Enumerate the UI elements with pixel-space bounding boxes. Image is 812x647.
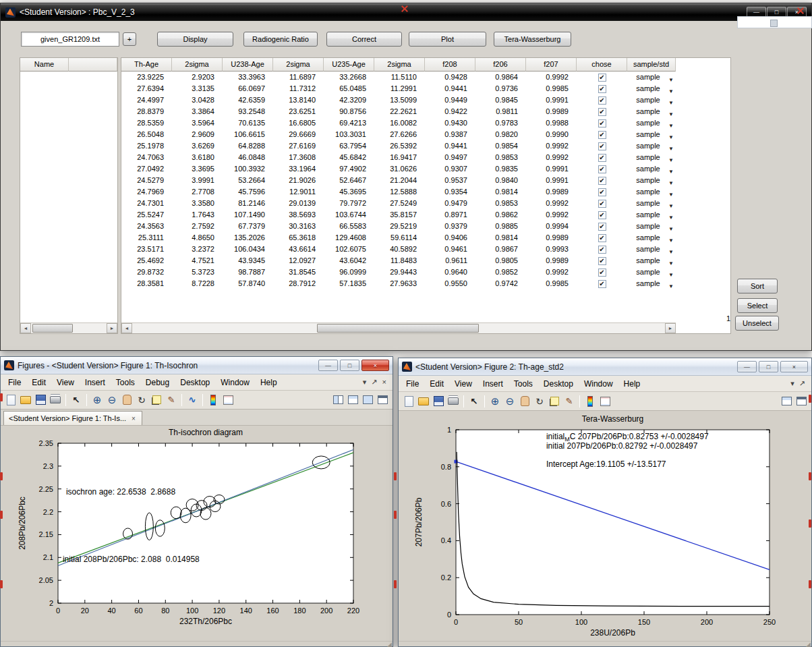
cell[interactable]: 103.6744 xyxy=(324,209,374,221)
figure1-tab[interactable]: <Student Version> Figure 1: Th-Is... × xyxy=(3,411,142,425)
cell[interactable]: 0.9736 xyxy=(475,83,526,94)
sample-std-dropdown[interactable]: sample▼ xyxy=(627,152,676,163)
maximize-button[interactable]: □ xyxy=(340,360,359,371)
sample-std-dropdown[interactable]: sample▼ xyxy=(627,186,676,198)
cell[interactable]: 65.3618 xyxy=(273,232,324,244)
chose-cell[interactable]: ✔ xyxy=(577,266,627,278)
cell[interactable]: 26.5048 xyxy=(121,129,172,140)
sample-std-dropdown[interactable]: sample▼ xyxy=(627,278,676,289)
scroll-left-arrow-icon[interactable]: ◄ xyxy=(20,323,31,333)
new-figure-icon[interactable] xyxy=(402,395,415,408)
sample-std-dropdown[interactable]: sample▼ xyxy=(627,140,676,152)
chose-checkbox[interactable]: ✔ xyxy=(598,74,606,82)
chose-checkbox[interactable]: ✔ xyxy=(598,108,606,116)
add-file-button[interactable]: + xyxy=(123,32,136,46)
chose-cell[interactable]: ✔ xyxy=(577,198,627,209)
cell[interactable]: 81.2146 xyxy=(223,198,273,209)
plot-button[interactable]: Plot xyxy=(409,32,486,47)
display-button[interactable]: Display xyxy=(157,32,233,47)
cell[interactable]: 63.7954 xyxy=(324,140,374,152)
cell[interactable]: 0.9835 xyxy=(475,163,526,175)
dropdown-arrow-icon[interactable]: ▼ xyxy=(668,212,674,221)
cell[interactable]: 12.0927 xyxy=(273,255,324,266)
cell[interactable]: 0.9428 xyxy=(425,72,475,83)
cell[interactable]: 27.6266 xyxy=(374,129,425,140)
chose-cell[interactable]: ✔ xyxy=(577,106,627,117)
cell[interactable]: 25.4692 xyxy=(121,255,172,266)
chose-cell[interactable]: ✔ xyxy=(577,163,627,175)
cell[interactable]: 0.9611 xyxy=(425,255,475,266)
cell[interactable]: 13.8140 xyxy=(273,94,324,106)
cell[interactable]: 27.6169 xyxy=(273,140,324,152)
cell[interactable]: 0.9550 xyxy=(425,278,475,289)
cell[interactable]: 0.9742 xyxy=(475,278,526,289)
cell[interactable]: 2.7708 xyxy=(172,186,223,198)
save-figure-icon[interactable] xyxy=(34,393,47,407)
chose-checkbox[interactable]: ✔ xyxy=(598,131,606,139)
cell[interactable]: 29.6669 xyxy=(273,129,324,140)
chose-checkbox[interactable]: ✔ xyxy=(598,246,606,254)
edit-plot-icon[interactable] xyxy=(467,395,481,408)
cell[interactable]: 3.3695 xyxy=(172,163,223,175)
cell[interactable]: 0.9852 xyxy=(475,266,526,278)
chose-cell[interactable]: ✔ xyxy=(577,117,627,129)
chose-checkbox[interactable]: ✔ xyxy=(598,223,606,231)
cell[interactable]: 0.9853 xyxy=(475,198,526,209)
zoom-in-icon[interactable] xyxy=(488,395,502,408)
figure2-titlebar[interactable]: <Student Version> Figure 2: Th-age_std2 … xyxy=(399,358,811,376)
cell[interactable]: 0.9307 xyxy=(425,163,475,175)
chose-cell[interactable]: ✔ xyxy=(577,129,627,140)
cell[interactable]: 23.9225 xyxy=(121,72,172,83)
brush-icon[interactable] xyxy=(562,395,576,408)
cell[interactable]: 16.9417 xyxy=(374,152,425,163)
cell[interactable]: 31.0626 xyxy=(374,163,425,175)
close-button[interactable]: × xyxy=(361,360,389,371)
cell[interactable]: 0.9864 xyxy=(475,72,526,83)
chose-checkbox[interactable]: ✔ xyxy=(598,177,606,185)
cell[interactable]: 0.8971 xyxy=(425,209,475,221)
chose-cell[interactable]: ✔ xyxy=(577,175,627,186)
cell[interactable]: 3.5964 xyxy=(172,117,223,129)
float-figure-icon[interactable] xyxy=(346,393,359,407)
resize-grip-icon[interactable]: ◢ xyxy=(806,642,811,647)
pan-icon[interactable] xyxy=(518,395,531,408)
cell[interactable]: 16.6805 xyxy=(273,117,324,129)
cell[interactable]: 45.6842 xyxy=(324,152,374,163)
chose-cell[interactable]: ✔ xyxy=(577,94,627,106)
fig1-menu-edit[interactable]: Edit xyxy=(26,374,51,391)
cell[interactable]: 100.3932 xyxy=(223,163,273,175)
cell[interactable]: 96.0999 xyxy=(324,266,374,278)
cell[interactable]: 0.9992 xyxy=(526,209,577,221)
cell[interactable]: 24.3563 xyxy=(121,221,172,232)
cell[interactable]: 0.9991 xyxy=(526,175,577,186)
cell[interactable]: 3.6180 xyxy=(172,152,223,163)
fig1-menu-desktop[interactable]: Desktop xyxy=(175,374,215,391)
cell[interactable]: 11.7312 xyxy=(273,83,324,94)
edit-plot-icon[interactable] xyxy=(69,393,83,407)
cell[interactable]: 66.5583 xyxy=(324,221,374,232)
insert-colorbar-icon[interactable] xyxy=(583,395,597,408)
cell[interactable]: 69.4213 xyxy=(324,117,374,129)
select-button[interactable]: Select xyxy=(737,298,778,313)
cell[interactable]: 11.6897 xyxy=(273,72,324,83)
scrollbar-thumb[interactable] xyxy=(317,324,479,333)
chose-cell[interactable]: ✔ xyxy=(577,152,627,163)
cell[interactable]: 25.3111 xyxy=(121,232,172,244)
cell[interactable]: 0.9992 xyxy=(526,266,577,278)
sample-std-dropdown[interactable]: sample▼ xyxy=(627,163,676,175)
save-figure-icon[interactable] xyxy=(432,395,445,408)
brush-icon[interactable] xyxy=(165,393,178,407)
sample-std-dropdown[interactable]: sample▼ xyxy=(627,221,676,232)
chose-checkbox[interactable]: ✔ xyxy=(598,234,606,242)
cell[interactable]: 3.2372 xyxy=(172,244,223,255)
cell[interactable]: 24.7301 xyxy=(121,198,172,209)
fig2-menu-window[interactable]: Window xyxy=(579,376,618,392)
chose-checkbox[interactable]: ✔ xyxy=(598,257,606,265)
chose-cell[interactable]: ✔ xyxy=(577,186,627,198)
scrollbar-thumb[interactable] xyxy=(32,324,73,333)
tab-close-icon[interactable]: × xyxy=(130,415,137,422)
dropdown-arrow-icon[interactable]: ▼ xyxy=(668,143,674,152)
cell[interactable]: 0.9387 xyxy=(425,129,475,140)
rotate-3d-icon[interactable] xyxy=(533,395,546,408)
cell[interactable]: 0.9783 xyxy=(475,117,526,129)
